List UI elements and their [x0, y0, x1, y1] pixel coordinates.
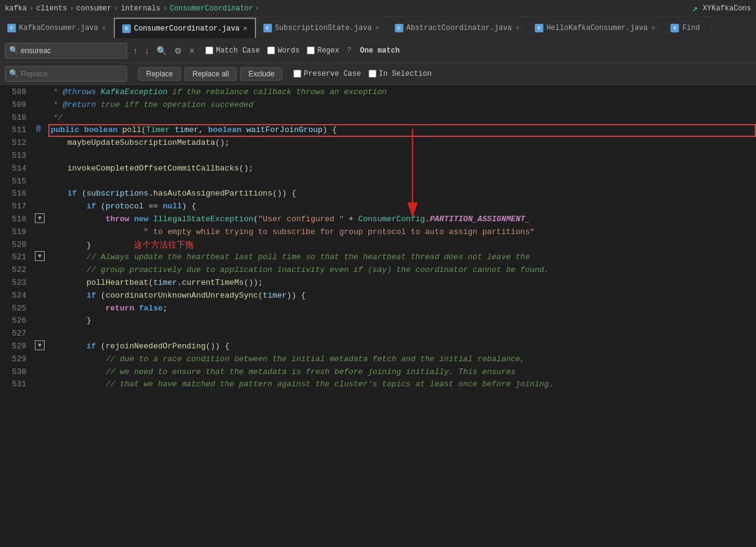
- line-num-514: 514: [0, 163, 26, 175]
- tab-icon-2: c: [122, 24, 131, 33]
- line-num-528: 528: [0, 340, 26, 353]
- line-num-522: 522: [0, 264, 26, 277]
- replace-options: Preserve Case In Selection: [293, 70, 431, 78]
- in-selection-option[interactable]: In Selection: [369, 70, 431, 78]
- close-tab-2[interactable]: ×: [243, 25, 248, 32]
- breadcrumb-clients[interactable]: clients: [36, 4, 67, 13]
- code-text-526: }: [48, 315, 91, 328]
- breadcrumb-kafka[interactable]: kafka: [5, 4, 27, 13]
- breadcrumb-sep-4: ›: [163, 4, 167, 13]
- line-num-521: 521: [0, 251, 26, 264]
- tab-label-3: SubscriptionState.java: [275, 24, 372, 32]
- close-tab-4[interactable]: ×: [516, 24, 520, 32]
- replace-input-wrap: 🔍: [5, 66, 127, 82]
- code-line-527: [48, 328, 756, 340]
- breadcrumb-sep-3: ›: [114, 4, 118, 13]
- code-line-529: // due to a race condition between the i…: [48, 353, 756, 366]
- tab-label-2: ConsumerCoordinator.java: [134, 24, 240, 33]
- line-num-523: 523: [0, 277, 26, 290]
- line-num-516: 516: [0, 188, 26, 200]
- words-checkbox[interactable]: [267, 46, 275, 54]
- code-line-530: // we need to ensure that the metadata i…: [48, 366, 756, 379]
- close-tab-3[interactable]: ×: [375, 24, 380, 32]
- regex-option[interactable]: Regex: [307, 46, 339, 55]
- gutter-collapse-528[interactable]: ▼: [35, 340, 45, 350]
- code-line-525: return false;: [48, 303, 756, 315]
- code-line-513: [48, 150, 756, 163]
- code-text-523: pollHeartbeat(timer.currentTimeMs());: [48, 277, 263, 290]
- line-num-526: 526: [0, 315, 26, 328]
- preserve-case-checkbox[interactable]: [293, 70, 301, 78]
- preserve-case-label: Preserve Case: [304, 70, 361, 78]
- tab-kafkaconsumer[interactable]: c KafkaConsumer.java ×: [0, 18, 114, 38]
- close-tab-5[interactable]: ×: [651, 24, 656, 32]
- tab-label-5: HelloKafkaConsumer.java: [546, 24, 648, 32]
- in-selection-checkbox[interactable]: [369, 70, 376, 78]
- regex-help-icon[interactable]: ?: [347, 46, 351, 55]
- code-text-531: // that we have matched the pattern agai…: [48, 378, 554, 391]
- line-num-529: 529: [0, 353, 26, 366]
- tab-consumercoodinator[interactable]: c ConsumerCoordinator.java ×: [114, 18, 255, 38]
- filter-button[interactable]: ⚙: [172, 45, 185, 57]
- replace-button[interactable]: Replace: [138, 67, 181, 81]
- regex-checkbox[interactable]: [307, 46, 315, 54]
- close-tab-1[interactable]: ×: [102, 24, 106, 32]
- match-case-option[interactable]: Match Case: [205, 46, 260, 55]
- code-text-515: [48, 175, 53, 188]
- code-line-522: // group proactively due to application …: [48, 264, 756, 277]
- gutter-collapse-521[interactable]: ▼: [35, 251, 45, 261]
- code-line-519: " to empty while trying to subscribe for…: [48, 226, 756, 239]
- regex-label: Regex: [317, 46, 339, 55]
- tab-label-4: AbstractCoordinator.java: [406, 24, 512, 32]
- code-line-510: */: [48, 112, 756, 125]
- code-text-510: */: [48, 112, 62, 125]
- tab-subscriptionstate[interactable]: c SubscriptionState.java ×: [256, 18, 387, 38]
- search-input[interactable]: [21, 46, 106, 55]
- tab-abstractcoordinator[interactable]: c AbstractCoordinator.java ×: [387, 18, 527, 38]
- line-num-530: 530: [0, 366, 26, 379]
- code-text-525: return false;: [48, 303, 167, 315]
- search-options: Match Case Words Regex ?: [205, 46, 351, 55]
- breadcrumb-current[interactable]: ConsumerCoordinator: [170, 4, 254, 13]
- in-selection-label: In Selection: [379, 70, 431, 78]
- code-line-517: if (protocol == null) {: [48, 200, 756, 213]
- code-text-521: // Always update the heartbeat last poll…: [48, 251, 530, 264]
- find-options-button[interactable]: 🔍: [154, 45, 169, 57]
- exclude-button[interactable]: Exclude: [240, 67, 282, 81]
- line-num-512: 512: [0, 137, 26, 150]
- tab-hellokafkaconsumer[interactable]: c HelloKafkaConsumer.java ×: [527, 18, 663, 38]
- line-numbers: 508 509 510 511 512 513 514 515 516 517 …: [0, 85, 34, 547]
- line-num-513: 513: [0, 150, 26, 163]
- match-case-label: Match Case: [216, 46, 260, 55]
- code-line-509: * @return true iff the operation succeed…: [48, 99, 756, 112]
- tab-find[interactable]: c Find: [663, 18, 708, 38]
- breadcrumb-sep-2: ›: [70, 4, 74, 13]
- code-line-520: } 这个方法往下拖: [48, 239, 756, 252]
- gutter: @ ▼ ▼ ▼: [34, 85, 46, 547]
- search-input-wrap: 🔍: [5, 43, 127, 59]
- replace-bar: 🔍 Replace Replace all Exclude Preserve C…: [0, 63, 756, 85]
- breadcrumb-internals[interactable]: internals: [121, 4, 161, 13]
- prev-match-button[interactable]: ↑: [131, 45, 140, 57]
- words-label: Words: [277, 46, 299, 55]
- tab-label-1: KafkaConsumer.java: [19, 24, 98, 32]
- line-num-524: 524: [0, 290, 26, 303]
- replace-input[interactable]: [21, 70, 119, 78]
- words-option[interactable]: Words: [267, 46, 299, 55]
- tab-icon-3: c: [263, 24, 272, 32]
- line-num-520: 520: [0, 239, 26, 252]
- code-content[interactable]: * @throws KafkaException if the rebalanc…: [46, 85, 756, 547]
- replace-all-button[interactable]: Replace all: [185, 67, 237, 81]
- gutter-collapse-518[interactable]: ▼: [35, 213, 45, 223]
- next-match-button[interactable]: ↓: [142, 45, 152, 57]
- preserve-case-option[interactable]: Preserve Case: [293, 70, 361, 78]
- match-case-checkbox[interactable]: [205, 46, 213, 54]
- breadcrumb-consumer[interactable]: consumer: [76, 4, 112, 13]
- line-num-531: 531: [0, 378, 26, 391]
- code-text-527: [48, 328, 53, 340]
- clear-search-button[interactable]: ×: [187, 45, 197, 57]
- code-line-531: // that we have matched the pattern agai…: [48, 378, 756, 391]
- search-result: One match: [360, 46, 400, 55]
- navigate-icon[interactable]: ↗: [692, 2, 698, 15]
- code-text-508: * @throws KafkaException if the rebalanc…: [48, 86, 387, 99]
